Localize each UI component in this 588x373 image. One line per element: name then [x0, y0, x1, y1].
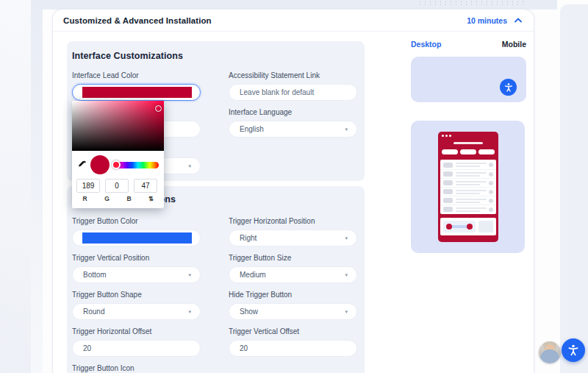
decorative-dots-pattern: [417, 0, 525, 6]
trigger-customizations-panel: Trigger Customizations Trigger Button Co…: [67, 186, 365, 373]
widget-slider: [443, 221, 476, 232]
chevron-down-icon: ▾: [188, 271, 191, 277]
preview-tabs: Desktop Mobile: [411, 40, 526, 49]
trigger-vertical-position-select[interactable]: Bottom ▾: [72, 266, 201, 283]
interface-lead-color-field: Interface Lead Color: [72, 71, 201, 101]
statement-link-input[interactable]: [229, 84, 357, 101]
widget-slider-section: [440, 218, 496, 235]
trigger-button-color-swatch[interactable]: [72, 230, 201, 246]
statement-link-label: Accessibility Statement Link: [229, 71, 357, 80]
user-avatar[interactable]: [539, 341, 561, 363]
widget-preview-box: [411, 121, 525, 253]
current-color-swatch: [90, 155, 110, 174]
chevron-down-icon: ▾: [188, 308, 191, 314]
background-left-panel: [0, 0, 31, 373]
interface-lead-color-swatch[interactable]: [72, 84, 201, 101]
chevron-down-icon: ▾: [188, 163, 191, 168]
blue-input[interactable]: [134, 179, 157, 193]
trigger-button-shape-select[interactable]: Round ▾: [72, 303, 201, 320]
trigger-vertical-offset-field: Trigger Vertical Offset: [229, 327, 357, 357]
hide-trigger-button-field: Hide Trigger Button Show ▾: [229, 291, 357, 320]
accessibility-person-icon: [503, 82, 514, 93]
widget-title-bar: [453, 142, 483, 144]
background-right-strip: [560, 4, 588, 373]
trigger-horizontal-offset-input[interactable]: [72, 340, 201, 357]
lead-color-value-bar: [82, 87, 192, 98]
saturation-handle[interactable]: [155, 105, 162, 112]
trigger-horizontal-position-field: Trigger Horizontal Position Right ▾: [229, 217, 357, 246]
trigger-button-size-field: Trigger Button Size Medium ▾: [229, 254, 357, 283]
accessibility-widget-button-preview: [500, 79, 517, 96]
interface-language-value: English: [240, 125, 264, 133]
hue-handle[interactable]: [112, 160, 121, 169]
interface-language-select[interactable]: English ▾: [229, 121, 357, 138]
color-picker-popup: R G B ⇅: [72, 101, 164, 208]
chevron-down-icon: ▾: [345, 271, 348, 277]
trigger-horizontal-offset-field: Trigger Horizontal Offset: [72, 327, 201, 357]
trigger-vertical-position-field: Trigger Vertical Position Bottom ▾: [72, 254, 201, 283]
chevron-down-icon: ▾: [345, 308, 348, 314]
blue-label: B: [121, 195, 137, 202]
statement-link-field: Accessibility Statement Link: [229, 71, 357, 101]
trigger-button-shape-field: Trigger Button Shape Round ▾: [72, 291, 201, 320]
eyedropper-icon[interactable]: [77, 160, 87, 170]
widget-mockup: [438, 132, 498, 242]
tab-mobile[interactable]: Mobile: [502, 40, 526, 49]
widget-header-pills: [438, 149, 498, 154]
trigger-vertical-offset-input[interactable]: [229, 340, 357, 357]
accessibility-fab-button[interactable]: [562, 338, 585, 362]
installation-card: Customized & Advanced Installation 10 mi…: [52, 9, 534, 373]
red-input[interactable]: [76, 179, 100, 193]
green-input[interactable]: [105, 179, 129, 193]
trigger-button-color-field: Trigger Button Color: [72, 217, 201, 246]
format-toggle-icon[interactable]: ⇅: [143, 196, 159, 202]
trigger-color-value-bar: [82, 232, 192, 244]
saturation-area[interactable]: [72, 101, 164, 151]
red-label: R: [76, 195, 93, 202]
hide-trigger-button-select[interactable]: Show ▾: [229, 303, 357, 320]
chevron-down-icon: ▾: [345, 235, 348, 241]
green-label: G: [98, 195, 115, 202]
accessibility-person-icon: [567, 344, 580, 357]
interface-lead-color-label: Interface Lead Color: [72, 71, 201, 80]
background-left-strip: [31, 0, 43, 373]
trigger-button-size-select[interactable]: Medium ▾: [229, 266, 357, 283]
trigger-horizontal-position-select[interactable]: Right ▾: [229, 230, 357, 246]
screen: Customized & Advanced Installation 10 mi…: [0, 0, 588, 373]
hue-slider[interactable]: [113, 162, 159, 168]
interface-language-label: Interface Language: [229, 108, 357, 117]
desktop-preview-box: [411, 57, 526, 102]
trigger-button-icon-field: Trigger Button Icon: [72, 364, 201, 373]
tab-desktop[interactable]: Desktop: [411, 40, 441, 49]
interface-language-field: Interface Language English ▾: [229, 108, 357, 138]
interface-section-title: Interface Customizations: [72, 41, 365, 61]
duration-label: 10 minutes: [467, 16, 507, 25]
widget-option-list: [440, 160, 496, 214]
collapse-toggle[interactable]: 10 minutes: [467, 16, 522, 25]
widget-header-dots: [438, 132, 498, 137]
card-header: Customized & Advanced Installation 10 mi…: [53, 10, 534, 32]
chevron-down-icon: ▾: [345, 126, 348, 132]
chevron-up-icon[interactable]: [514, 18, 522, 23]
interface-customizations-panel: Interface Customizations Interface Lead …: [67, 41, 365, 181]
widget-gray-box: [478, 221, 493, 232]
card-title: Customized & Advanced Installation: [63, 16, 212, 25]
